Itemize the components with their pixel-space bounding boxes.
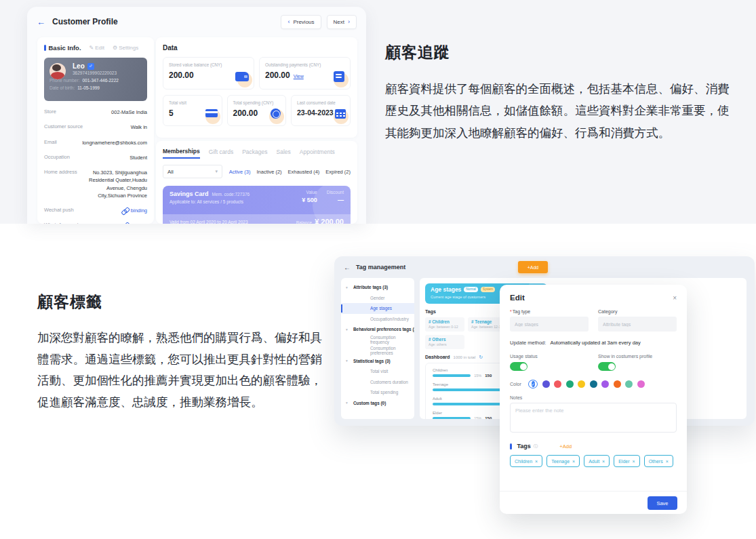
view-link[interactable]: View [294, 74, 304, 79]
filter-exhausted[interactable]: Exhausted (4) [288, 169, 320, 175]
tab-sales[interactable]: Sales [277, 148, 291, 158]
usage-status-toggle[interactable] [510, 362, 528, 371]
calendar-icon [335, 109, 346, 119]
caret-down-icon: ▾ [346, 285, 348, 290]
sidebar-section-custom-tags[interactable]: ▾Custom tags (0) [341, 398, 414, 409]
customer-id-card: Leo ♂ 362974199902220023 Phone number:00… [44, 58, 147, 101]
chevron-down-icon: ▾ [215, 169, 218, 174]
bank-card-icon [205, 109, 218, 117]
tab-gift-cards[interactable]: Gift cards [209, 148, 233, 158]
tab-appointments[interactable]: Appointments [300, 148, 335, 158]
show-in-profile-label: Show in costumers profile [598, 354, 677, 359]
modal-footer: Save [500, 491, 687, 514]
previous-button[interactable]: ‹ Previous [281, 15, 321, 29]
edit-button[interactable]: ✎Edit [89, 45, 105, 51]
whatsapp-binding-link[interactable]: binding [122, 222, 147, 224]
remove-icon[interactable]: × [602, 459, 605, 464]
memberships-panel: Memberships Gift cards Packages Sales Ap… [156, 141, 357, 224]
stored-value-card: Stored value balance (CNY) 200.00 [163, 57, 254, 89]
sidebar-item-occupation[interactable]: Occupation/Industry [341, 314, 414, 325]
data-panel-title: Data [163, 44, 351, 52]
color-swatch[interactable] [614, 380, 621, 388]
sidebar-item-total-spending[interactable]: Total spending [341, 387, 414, 398]
dob-label: Date of birth: [49, 85, 75, 90]
sidebar-section-behavioral-tags[interactable]: ▾Behavioral preferences tags (2) [341, 324, 414, 335]
link-icon [122, 208, 129, 214]
link-icon [122, 223, 129, 224]
color-swatch[interactable] [554, 380, 561, 388]
customer-name: Leo [73, 62, 85, 70]
next-button[interactable]: Next › [327, 15, 357, 29]
refresh-icon[interactable]: ↻ [479, 355, 483, 360]
remove-icon[interactable]: × [535, 459, 538, 464]
show-in-profile-toggle[interactable] [598, 362, 616, 371]
bar [433, 374, 471, 377]
editable-chip-adult[interactable]: Adult× [584, 455, 610, 467]
caret-down-icon: ▾ [346, 401, 348, 405]
avatar [49, 63, 66, 79]
editable-chip-others[interactable]: Others× [644, 455, 673, 467]
remove-icon[interactable]: × [666, 459, 669, 464]
info-row-wechat-push: Wechat push binding [44, 207, 147, 214]
sidebar-item-total-visit[interactable]: Total visit [341, 366, 414, 377]
color-swatch[interactable] [542, 380, 550, 388]
sidebar-section-attribute-tags[interactable]: ▾Attribute tags (3) [341, 282, 414, 293]
update-method-label: Update method: [510, 340, 546, 346]
edit-tag-modal: Edit × *Tag type Category Update method:… [500, 285, 687, 514]
color-swatch[interactable] [637, 380, 645, 388]
membership-type-select[interactable]: All ▾ [163, 165, 222, 178]
sidebar-item-consumption-preferences[interactable]: Consumption preferences [341, 345, 414, 356]
customer-tags-text-block: 顧客標籤 加深您對顧客的瞭解，熟悉他們的購買行爲、偏好和具體需求。通過這些標籤，… [37, 292, 327, 413]
sidebar-item-gender[interactable]: Gender [341, 293, 414, 304]
filter-expired[interactable]: Expired (2) [325, 169, 351, 175]
info-row-store: Store 002-MaSe India [44, 108, 147, 116]
outstanding-payments-card: Outstanding payments (CNY) 200.00 View [259, 57, 351, 89]
sidebar-section-statistical-tags[interactable]: ▾Statistical tags (3) [341, 356, 414, 367]
tab-packages[interactable]: Packages [242, 148, 267, 158]
section-body: 顧客資料提供了每個顧客的全面概述，包括基本信息、偏好、消費歷史及其他相關信息，如… [385, 78, 732, 144]
gender-male-icon: ♂ [87, 63, 94, 70]
sidebar-item-consumption-frequency[interactable]: Consumption frequency [341, 335, 414, 346]
editable-chip-elder[interactable]: Elder× [614, 455, 639, 467]
customer-tracking-text-block: 顧客追蹤 顧客資料提供了每個顧客的全面概述，包括基本信息、偏好、消費歷史及其他相… [385, 42, 732, 144]
wechat-binding-link[interactable]: binding [122, 207, 147, 214]
tag-type-input[interactable] [510, 317, 589, 332]
add-tag-value-button[interactable]: +Add [559, 443, 572, 450]
category-input[interactable] [598, 317, 677, 332]
color-swatch-selected[interactable]: ✓ [528, 380, 538, 388]
color-swatch[interactable] [601, 380, 609, 388]
notes-textarea[interactable] [510, 403, 677, 433]
customer-id-number: 362974199902220023 [73, 71, 142, 75]
coin-icon [271, 108, 281, 119]
sidebar-item-customers-duration[interactable]: Customers duration [341, 377, 414, 388]
discount-label: Discount [327, 190, 344, 195]
add-tag-button[interactable]: +Add [518, 261, 548, 273]
back-arrow-icon[interactable]: ← [344, 264, 351, 271]
tag-chip-others[interactable]: # Others Age: others [425, 335, 464, 349]
tab-memberships[interactable]: Memberships [163, 148, 200, 159]
save-button[interactable]: Save [648, 496, 677, 510]
savings-card[interactable]: Savings Card Mem. code:727376 Applicable… [163, 186, 351, 224]
editable-chip-children[interactable]: Children× [510, 455, 542, 467]
color-swatch[interactable] [578, 380, 585, 388]
tag-chip-children[interactable]: # Children Age: between 0-12 [425, 317, 464, 332]
remove-icon[interactable]: × [572, 459, 575, 464]
caret-down-icon: ▾ [346, 327, 348, 332]
dashboard-label: Dashboard [425, 355, 450, 359]
color-swatch[interactable] [625, 380, 633, 388]
editable-chip-teenage[interactable]: Teenage× [546, 455, 580, 467]
remove-icon[interactable]: × [633, 459, 635, 464]
sidebar-item-age-stages[interactable]: Age stages [341, 303, 414, 314]
back-arrow-icon[interactable]: ← [37, 17, 45, 27]
bar [433, 417, 471, 419]
section-title: 顧客標籤 [37, 292, 327, 313]
filter-inactive[interactable]: Inactive (2) [257, 169, 282, 175]
receipt-icon [334, 71, 344, 82]
color-swatch[interactable] [566, 380, 574, 388]
close-icon[interactable]: × [673, 294, 677, 302]
color-swatch[interactable] [590, 380, 597, 388]
settings-button[interactable]: ⚙Settings [113, 45, 138, 51]
filter-active[interactable]: Active (3) [229, 169, 251, 175]
gear-icon: ⚙ [113, 45, 117, 51]
tags-label: Tags [517, 443, 531, 450]
